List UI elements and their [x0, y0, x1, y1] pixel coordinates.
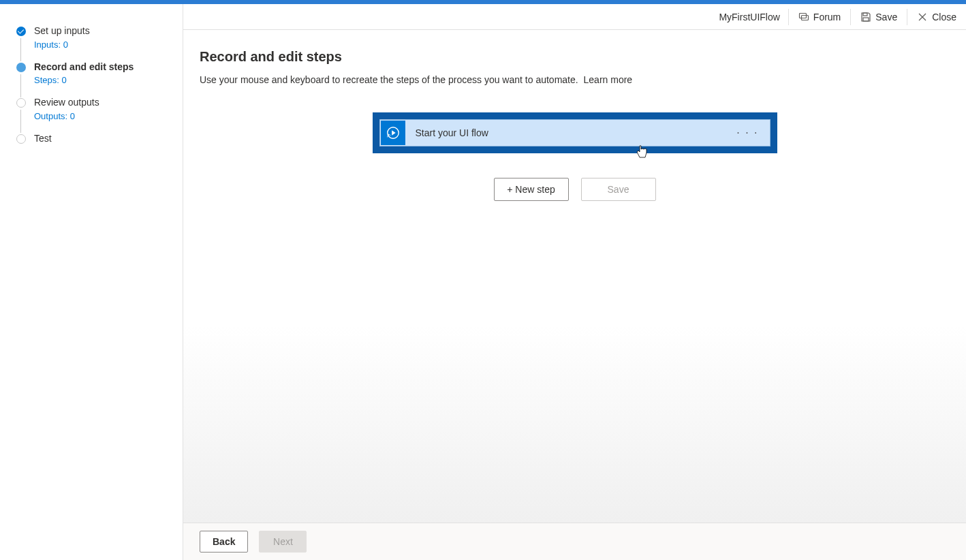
- forum-label: Forum: [813, 12, 841, 22]
- step-connector: [20, 74, 21, 97]
- wizard-footer: Back Next: [183, 523, 966, 560]
- step-marker-icon: [16, 27, 26, 36]
- wizard-step[interactable]: Record and edit stepsSteps: 0: [16, 61, 174, 86]
- start-ui-flow-card[interactable]: Start your UI flow · · ·: [379, 119, 770, 146]
- flow-card-container: Start your UI flow · · ·: [200, 112, 950, 153]
- page-description: Use your mouse and keyboard to recreate …: [200, 74, 950, 85]
- action-buttons: + New step Save: [200, 178, 950, 201]
- flow-card-label: Start your UI flow: [416, 127, 726, 138]
- wizard-step[interactable]: Set up inputsInputs: 0: [16, 25, 174, 50]
- save-label: Save: [875, 12, 897, 22]
- wizard-step[interactable]: Test: [16, 132, 174, 146]
- next-button[interactable]: Next: [259, 531, 307, 553]
- cursor-pointer-icon: [636, 144, 648, 159]
- step-marker-icon: [16, 134, 26, 144]
- svg-rect-2: [863, 13, 867, 16]
- close-button[interactable]: Close: [907, 4, 966, 29]
- page-title: Record and edit steps: [200, 49, 950, 65]
- step-title: Review outputs: [34, 96, 174, 110]
- step-marker-icon: [16, 98, 26, 108]
- back-button[interactable]: Back: [200, 531, 248, 553]
- save-button[interactable]: Save: [851, 4, 907, 29]
- step-subtitle[interactable]: Inputs: 0: [34, 40, 174, 50]
- wizard-step[interactable]: Review outputsOutputs: 0: [16, 96, 174, 121]
- play-icon: [381, 121, 405, 145]
- learn-more-link[interactable]: Learn more: [584, 74, 633, 85]
- step-marker-icon: [16, 63, 26, 72]
- step-title: Record and edit steps: [34, 61, 174, 74]
- forum-icon: [798, 12, 809, 22]
- wizard-sidebar: Set up inputsInputs: 0Record and edit st…: [0, 4, 183, 560]
- flow-title: MyFirstUIFlow: [711, 12, 788, 22]
- step-subtitle[interactable]: Outputs: 0: [34, 111, 174, 121]
- svg-marker-7: [392, 130, 396, 135]
- step-subtitle[interactable]: Steps: 0: [34, 75, 174, 85]
- page-description-text: Use your mouse and keyboard to recreate …: [200, 74, 578, 85]
- step-title: Set up inputs: [34, 25, 174, 38]
- step-connector: [20, 110, 21, 133]
- save-icon: [860, 12, 871, 22]
- main-content: Record and edit steps Use your mouse and…: [183, 30, 966, 523]
- close-label: Close: [932, 12, 956, 22]
- flow-card-more-button[interactable]: · · ·: [726, 127, 769, 139]
- new-step-button[interactable]: + New step: [494, 178, 569, 201]
- flow-card-selection: Start your UI flow · · ·: [373, 112, 777, 153]
- step-connector: [20, 38, 21, 61]
- forum-button[interactable]: Forum: [789, 4, 850, 29]
- step-title: Test: [34, 132, 174, 146]
- save-flow-button[interactable]: Save: [581, 178, 656, 201]
- close-icon: [917, 12, 928, 22]
- svg-rect-3: [863, 18, 869, 21]
